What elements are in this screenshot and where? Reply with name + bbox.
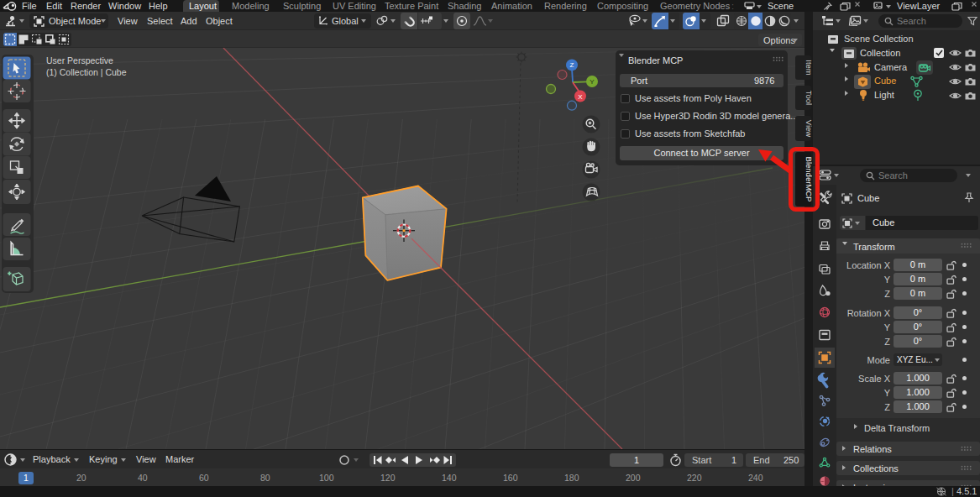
svg-text:Y: Y <box>590 78 595 86</box>
svg-text:View: View <box>804 120 813 138</box>
svg-text:Item: Item <box>804 60 813 76</box>
svg-text:Z: Z <box>570 61 574 69</box>
svg-text:X: X <box>578 93 583 101</box>
svg-text:Tool: Tool <box>804 91 813 105</box>
